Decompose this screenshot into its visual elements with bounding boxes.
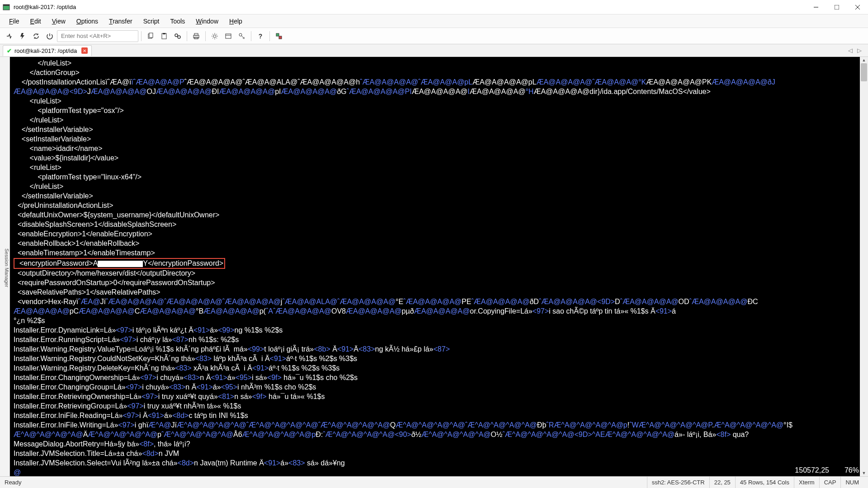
scroll-up-icon[interactable]: ▲ bbox=[860, 57, 868, 63]
tab-next-icon[interactable]: ▷ bbox=[857, 47, 864, 54]
menubar: File Edit View Options Transfer Script T… bbox=[0, 14, 868, 28]
status-cap: CAP bbox=[819, 477, 841, 488]
session-tab[interactable]: ✔ root@kali-2017: /opt/ida ✕ bbox=[3, 45, 92, 56]
terminal[interactable]: </ruleList> </actionGroup> </postInstall… bbox=[10, 57, 868, 476]
maximize-button[interactable] bbox=[826, 0, 847, 14]
menu-script[interactable]: Script bbox=[138, 16, 165, 27]
menu-window[interactable]: Window bbox=[190, 16, 224, 27]
key-icon[interactable] bbox=[236, 30, 248, 42]
find-icon[interactable] bbox=[171, 30, 184, 42]
svg-rect-16 bbox=[226, 34, 231, 38]
svg-point-15 bbox=[213, 35, 216, 38]
print-icon[interactable] bbox=[190, 30, 203, 42]
minimize-button[interactable] bbox=[806, 0, 826, 14]
status-num: NUM bbox=[840, 477, 863, 488]
copy-icon[interactable] bbox=[144, 30, 157, 42]
menu-edit[interactable]: Edit bbox=[25, 16, 47, 27]
status-term: Xterm bbox=[794, 477, 819, 488]
quick-connect-icon[interactable] bbox=[16, 30, 29, 42]
tabbar: ✔ root@kali-2017: /opt/ida ✕ ◁ ▷ bbox=[0, 44, 868, 57]
encryption-password-highlight: <encryptionPassword>AY</encryptionPasswo… bbox=[14, 258, 225, 269]
help-icon[interactable]: ? bbox=[254, 30, 267, 42]
svg-rect-9 bbox=[163, 33, 165, 34]
terminal-scrollbar[interactable]: ▲ ▼ bbox=[860, 57, 868, 476]
toolbar: ? bbox=[0, 28, 868, 44]
menu-help[interactable]: Help bbox=[224, 16, 248, 27]
reconnect-icon[interactable] bbox=[30, 30, 42, 42]
svg-rect-3 bbox=[835, 5, 839, 9]
connect-icon[interactable] bbox=[3, 30, 15, 42]
svg-point-10 bbox=[175, 34, 178, 37]
close-button[interactable] bbox=[847, 0, 868, 14]
tab-title: root@kali-2017: /opt/ida bbox=[14, 47, 77, 54]
svg-rect-1 bbox=[3, 5, 9, 6]
paste-icon[interactable] bbox=[158, 30, 170, 42]
host-input[interactable] bbox=[57, 30, 138, 42]
menu-options[interactable]: Options bbox=[71, 16, 104, 27]
statusbar: Ready ssh2: AES-256-CTR 22, 25 45 Rows, … bbox=[0, 476, 868, 488]
scroll-percent: 76% bbox=[844, 466, 859, 474]
status-protocol: ssh2: AES-256-CTR bbox=[647, 477, 709, 488]
window-title: root@kali-2017: /opt/ida bbox=[14, 4, 806, 10]
tab-prev-icon[interactable]: ◁ bbox=[848, 47, 855, 54]
cursor-position: 150572,25 bbox=[795, 466, 829, 474]
scroll-down-icon[interactable]: ▼ bbox=[860, 470, 868, 476]
status-size: 45 Rows, 154 Cols bbox=[735, 477, 794, 488]
vim-status: 150572,25 76% bbox=[795, 466, 859, 474]
menu-view[interactable]: View bbox=[47, 16, 71, 27]
menu-transfer[interactable]: Transfer bbox=[104, 16, 138, 27]
titlebar: root@kali-2017: /opt/ida bbox=[0, 0, 868, 14]
redacted-password bbox=[98, 261, 143, 267]
app-icon bbox=[3, 4, 10, 11]
menu-tools[interactable]: Tools bbox=[165, 16, 191, 27]
status-cursor: 22, 25 bbox=[709, 477, 735, 488]
svg-rect-13 bbox=[194, 33, 198, 35]
check-icon: ✔ bbox=[7, 47, 12, 54]
status-ready: Ready bbox=[5, 479, 647, 486]
svg-text:?: ? bbox=[259, 33, 263, 40]
svg-point-11 bbox=[178, 36, 180, 38]
tab-close-button[interactable]: ✕ bbox=[81, 47, 88, 54]
svg-rect-20 bbox=[276, 33, 279, 36]
menu-file[interactable]: File bbox=[4, 16, 25, 27]
svg-rect-7 bbox=[149, 33, 153, 38]
svg-rect-21 bbox=[279, 36, 282, 39]
session-options-icon[interactable] bbox=[222, 30, 235, 42]
disconnect-icon[interactable] bbox=[43, 30, 56, 42]
scroll-thumb[interactable] bbox=[861, 63, 867, 81]
settings-icon[interactable] bbox=[208, 30, 221, 42]
session-manager-panel[interactable]: Session Manager bbox=[0, 57, 10, 476]
clone-session-icon[interactable] bbox=[273, 30, 285, 42]
